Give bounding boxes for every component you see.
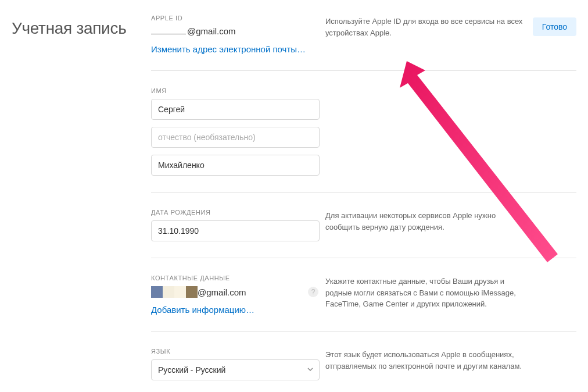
- last-name-input[interactable]: [151, 155, 320, 176]
- first-name-input[interactable]: [151, 99, 320, 120]
- birthday-description: Для активации некоторых сервисов Apple н…: [325, 209, 576, 241]
- apple-id-label: APPLE ID: [151, 15, 314, 22]
- name-label: ИМЯ: [151, 87, 314, 94]
- redacted-avatar: [151, 286, 198, 298]
- middle-name-input[interactable]: [151, 127, 320, 148]
- redacted-text: [151, 33, 186, 34]
- contact-email-suffix: @gmail.com: [198, 287, 246, 297]
- page-title: Учетная запись: [12, 19, 151, 38]
- language-select[interactable]: Русский - Русский: [151, 359, 320, 380]
- contact-description: Укажите контактные данные, чтобы Ваши др…: [325, 275, 576, 315]
- section-birthday: ДАТА РОЖДЕНИЯ Для активации некоторых се…: [151, 209, 576, 258]
- contact-label: КОНТАКТНЫЕ ДАННЫЕ: [151, 275, 314, 281]
- change-email-link[interactable]: Изменить адрес электронной почты…: [151, 44, 306, 54]
- apple-id-email: @gmail.com: [151, 26, 314, 36]
- section-contact: КОНТАКТНЫЕ ДАННЫЕ @gmail.com ? Добавить …: [151, 275, 576, 332]
- language-label: ЯЗЫК: [151, 348, 314, 355]
- section-language: ЯЗЫК Русский - Русский Этот язык будет и…: [151, 348, 576, 392]
- add-info-link[interactable]: Добавить информацию…: [151, 305, 254, 315]
- help-icon[interactable]: ?: [308, 287, 318, 297]
- birthday-input[interactable]: [151, 220, 320, 241]
- section-apple-id: APPLE ID @gmail.com Изменить адрес элект…: [151, 15, 576, 71]
- section-name: ИМЯ: [151, 87, 576, 193]
- language-description: Этот язык будет использоваться Apple в с…: [325, 348, 576, 380]
- contact-email-row: @gmail.com ?: [151, 286, 314, 298]
- apple-id-email-suffix: @gmail.com: [187, 26, 236, 36]
- birthday-label: ДАТА РОЖДЕНИЯ: [151, 209, 314, 216]
- done-button[interactable]: Готово: [533, 17, 576, 36]
